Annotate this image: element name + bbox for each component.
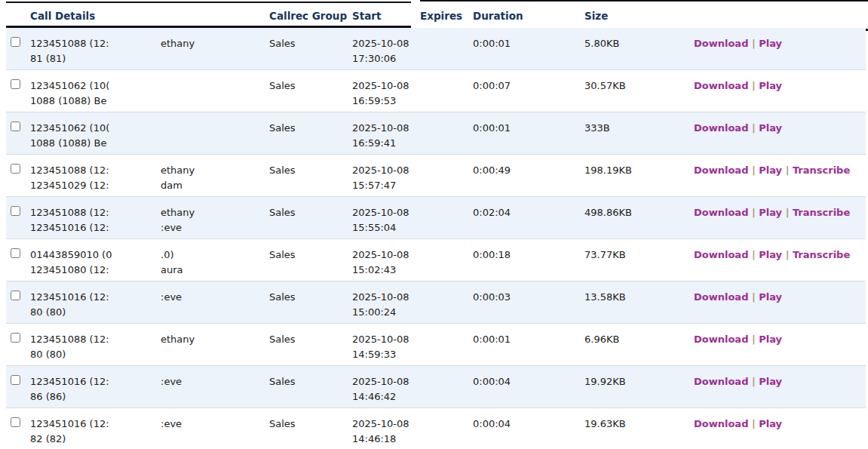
size-cell: 5.80KB [584,36,690,51]
call-details-fragment: ethany [161,36,195,51]
start-date: 2025-10-08 [352,121,422,136]
call-details-cell: 123451088 (12:ethany 123451029 (12:dam [30,163,264,193]
play-link[interactable]: Play [759,165,782,176]
row-checkbox[interactable] [11,417,20,427]
call-details-line: 81 (81) [30,53,66,64]
actions-cell: Download | Play [694,121,782,136]
row-checkbox[interactable] [11,291,20,300]
action-separator: | [782,165,793,176]
row-checkbox[interactable] [11,37,20,47]
action-separator: | [748,334,759,345]
start-date: 2025-10-08 [352,163,422,178]
play-link[interactable]: Play [759,207,782,218]
actions-cell: Download | Play [694,290,782,305]
download-link[interactable]: Download [694,122,748,134]
row-checkbox[interactable] [11,206,20,216]
call-details-line: 123451088 (12: [30,38,109,49]
call-details-cell: 01443859010 (0.0) 123451080 (12:aura [30,248,264,278]
start-time: 17:30:06 [352,51,422,66]
call-details-line: 123451080 (12: [30,264,109,275]
call-details-line: 123451029 (12: [30,180,109,191]
action-separator: | [748,80,759,91]
size-cell: 198.19KB [584,163,690,178]
call-details-fragment: ethany [161,205,195,220]
call-details-fragment: :eve [161,417,182,432]
play-link[interactable]: Play [759,122,782,134]
play-link[interactable]: Play [759,80,782,91]
size-cell: 6.96KB [584,332,690,347]
callrec-group-cell: Sales [269,248,351,263]
call-details-line: 01443859010 (0 [30,249,112,260]
call-details-line: 123451016 (12: [30,376,109,387]
row-checkbox[interactable] [11,164,20,174]
download-link[interactable]: Download [694,38,748,49]
call-details-fragment: :eve [161,290,182,305]
transcribe-link[interactable]: Transcribe [793,207,850,218]
transcribe-link[interactable]: Transcribe [793,249,850,260]
header-top-border-left [6,2,411,3]
call-details-line: 123451016 (12: [30,222,109,233]
callrec-group-cell: Sales [269,332,351,347]
table-row: 123451016 (12::eve 80 (80) Sales 2025-10… [6,281,866,324]
call-details-fragment: .0) [161,248,173,263]
start-cell: 2025-10-0814:46:18 [352,417,422,447]
call-details-fragment: aura [161,263,183,278]
start-cell: 2025-10-0815:00:24 [352,290,422,320]
row-checkbox[interactable] [11,121,20,131]
call-recordings-table: Call Details Callrec Group Start Expires… [0,0,868,449]
column-header-duration: Duration [473,8,523,23]
callrec-group-cell: Sales [269,78,351,94]
call-details-line: 1088 (1088) Be [30,95,107,106]
call-details-line: 82 (82) [30,433,66,444]
size-cell: 13.58KB [584,290,690,305]
action-separator: | [748,418,759,429]
row-checkbox[interactable] [11,333,20,343]
duration-cell: 0:00:03 [473,290,578,305]
start-cell: 2025-10-0814:59:33 [352,332,422,362]
callrec-group-cell: Sales [269,205,351,220]
actions-cell: Download | Play | Transcribe [694,205,850,220]
download-link[interactable]: Download [694,249,748,260]
play-link[interactable]: Play [759,38,782,49]
start-time: 16:59:53 [352,94,422,109]
download-link[interactable]: Download [694,376,748,387]
download-link[interactable]: Download [694,207,748,218]
start-cell: 2025-10-0817:30:06 [352,36,422,66]
play-link[interactable]: Play [759,418,782,429]
table-row: 123451016 (12::eve 86 (86) Sales 2025-10… [6,366,866,408]
row-checkbox[interactable] [11,375,20,385]
transcribe-link[interactable]: Transcribe [793,165,850,176]
call-details-fragment: ethany [161,332,195,347]
start-time: 15:57:47 [352,178,422,193]
call-details-line: 123451088 (12: [30,165,109,176]
play-link[interactable]: Play [759,376,782,387]
row-checkbox[interactable] [11,248,20,258]
start-date: 2025-10-08 [352,332,422,347]
table-row: 123451088 (12:ethany 123451016 (12::eve … [6,197,866,239]
start-date: 2025-10-08 [352,78,422,94]
play-link[interactable]: Play [759,291,782,303]
call-details-cell: 123451016 (12::eve 82 (82) [30,417,264,447]
action-separator: | [748,165,759,176]
action-separator: | [748,376,759,387]
play-link[interactable]: Play [759,249,782,260]
start-time: 15:02:43 [352,263,422,278]
size-cell: 333B [584,121,690,136]
row-checkbox[interactable] [11,79,20,89]
download-link[interactable]: Download [694,80,748,91]
call-details-cell: 123451088 (12:ethany 81 (81) [30,36,264,66]
call-details-line: 123451016 (12: [30,418,109,429]
download-link[interactable]: Download [694,334,748,345]
action-separator: | [782,249,793,260]
download-link[interactable]: Download [694,418,748,429]
call-details-fragment: :eve [161,220,182,235]
size-cell: 19.92KB [584,374,690,389]
call-details-cell: 123451062 (10( 1088 (1088) Be [30,121,264,151]
call-details-line: 123451088 (12: [30,334,109,345]
start-time: 15:55:04 [352,220,422,235]
call-details-cell: 123451016 (12::eve 86 (86) [30,374,264,404]
play-link[interactable]: Play [759,334,782,345]
download-link[interactable]: Download [694,291,748,303]
download-link[interactable]: Download [694,165,748,176]
action-separator: | [748,291,759,303]
